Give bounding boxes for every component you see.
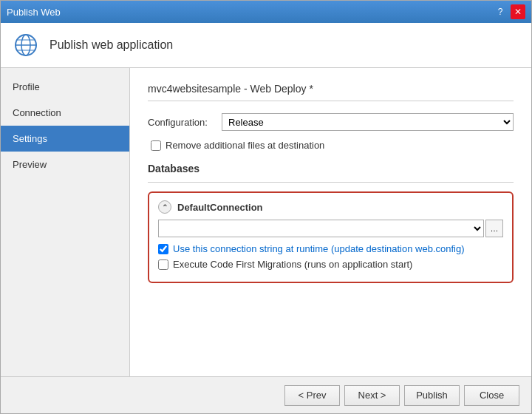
databases-section: Databases ⌃ DefaultConnection … [148, 163, 514, 283]
db-connection-row: … [158, 220, 503, 237]
publish-web-dialog: Publish Web ? ✕ Publish web application … [0, 0, 532, 414]
remove-files-label: Remove additional files at destination [166, 140, 324, 151]
remove-files-checkbox[interactable] [151, 140, 161, 151]
collapse-icon[interactable]: ⌃ [158, 200, 171, 214]
content-area: mvc4websitesample - Web Deploy * Configu… [130, 68, 531, 376]
databases-label: Databases [148, 163, 514, 174]
remove-files-row: Remove additional files at destination [151, 140, 514, 151]
sidebar-item-settings[interactable]: Settings [1, 126, 129, 152]
sidebar: Profile Connection Settings Preview [1, 68, 130, 376]
project-name: mvc4websitesample [148, 83, 241, 95]
configuration-select-wrapper: Release Debug [222, 113, 514, 131]
use-connection-string-checkbox[interactable] [158, 244, 168, 254]
sidebar-item-profile[interactable]: Profile [1, 74, 129, 100]
sidebar-item-preview[interactable]: Preview [1, 152, 129, 177]
execute-migrations-row: Execute Code First Migrations (runs on a… [158, 259, 503, 270]
db-connection-select[interactable] [158, 220, 484, 237]
content-heading: mvc4websitesample - Web Deploy * [148, 83, 514, 101]
close-title-button[interactable]: ✕ [511, 4, 525, 19]
use-connection-string-row: Use this connection string at runtime (u… [158, 243, 503, 254]
configuration-label: Configuration: [148, 117, 222, 128]
publish-button[interactable]: Publish [404, 385, 460, 406]
prev-button[interactable]: < Prev [284, 385, 340, 406]
header-title: Publish web application [50, 38, 173, 52]
help-button[interactable]: ? [493, 4, 508, 19]
execute-migrations-checkbox[interactable] [158, 259, 168, 270]
title-bar: Publish Web ? ✕ [1, 1, 531, 23]
databases-divider [148, 182, 514, 183]
globe-icon [13, 32, 39, 58]
default-connection-group: ⌃ DefaultConnection … Use this connectio… [148, 191, 514, 283]
use-connection-string-label: Use this connection string at runtime (u… [173, 243, 465, 254]
db-options: Use this connection string at runtime (u… [158, 243, 503, 270]
sidebar-item-connection[interactable]: Connection [1, 100, 129, 126]
deploy-method: - Web Deploy * [241, 83, 313, 95]
close-button[interactable]: Close [464, 385, 519, 406]
next-button[interactable]: Next > [344, 385, 400, 406]
db-connection-name: DefaultConnection [177, 202, 263, 213]
main-content: Profile Connection Settings Preview mvc4… [1, 68, 531, 376]
configuration-select[interactable]: Release Debug [222, 113, 514, 131]
dialog-title: Publish Web [7, 7, 61, 18]
execute-migrations-label: Execute Code First Migrations (runs on a… [173, 259, 412, 270]
db-group-header: ⌃ DefaultConnection [158, 200, 503, 214]
header-bar: Publish web application [1, 23, 531, 68]
configuration-row: Configuration: Release Debug [148, 113, 514, 131]
footer: < Prev Next > Publish Close [1, 376, 531, 413]
title-bar-controls: ? ✕ [493, 4, 525, 19]
db-browse-button[interactable]: … [485, 220, 503, 237]
